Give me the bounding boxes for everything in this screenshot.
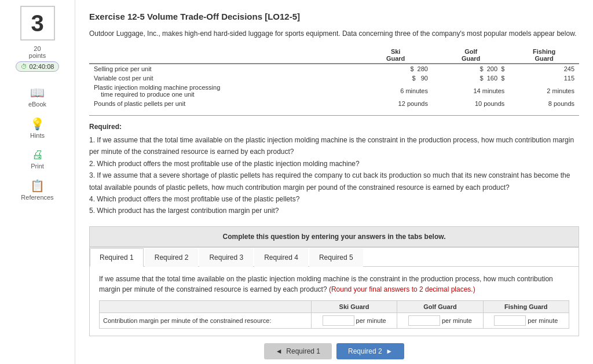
nav-buttons: ◄ Required 1 Required 2 ►	[89, 343, 579, 359]
answer-header-fishing: Fishing Guard	[483, 300, 569, 312]
sidebar: 3 20 points ⏱ 02:40:08 📖 eBook 💡 Hints 🖨…	[0, 0, 75, 364]
required-label: Required:	[89, 123, 579, 131]
points-display: 20 points	[29, 45, 46, 59]
tab-required-2[interactable]: Required 2	[145, 248, 199, 267]
prev-button[interactable]: ◄ Required 1	[264, 343, 332, 359]
ebook-button[interactable]: 📖 eBook	[0, 81, 75, 112]
answer-row: Contribution margin per minute of the co…	[100, 312, 569, 328]
complete-box-text: Complete this question by entering your …	[223, 233, 446, 241]
answer-row-label: Contribution margin per minute of the co…	[100, 312, 312, 328]
fishing-guard-header: FishingGuard	[509, 47, 579, 64]
tab-required-4[interactable]: Required 4	[254, 248, 308, 267]
fishing-answer-cell: per minute	[483, 312, 569, 328]
next-button[interactable]: Required 2 ►	[336, 343, 404, 359]
timer-value: 02:40:08	[30, 63, 54, 70]
references-icon: 📋	[30, 179, 45, 193]
ski-answer-cell: per minute	[311, 312, 397, 328]
ebook-icon: 📖	[30, 86, 45, 100]
golf-unit-label: per minute	[442, 317, 472, 324]
answer-table: Ski Guard Golf Guard Fishing Guard Contr…	[99, 300, 569, 329]
table-row: Selling price per unit $ 280 $ 200 $ 245	[89, 64, 579, 73]
required-item-2: 2. Which product offers the most profita…	[89, 158, 579, 170]
answer-header-golf: Golf Guard	[397, 300, 483, 312]
golf-answer-cell: per minute	[397, 312, 483, 328]
timer-icon: ⏱	[21, 63, 27, 70]
hint-icon: 💡	[30, 117, 45, 131]
references-label: References	[21, 194, 53, 201]
table-row: Plastic injection molding machine proces…	[89, 83, 579, 99]
hint-label: Hints	[30, 132, 45, 139]
tabs-row: Required 1 Required 2 Required 3 Require…	[90, 248, 579, 267]
round-note: (Round your final answers to 2 decimal p…	[329, 285, 475, 293]
ski-input[interactable]	[323, 315, 354, 326]
ski-guard-header: SkiGuard	[358, 47, 433, 64]
complete-box: Complete this question by entering your …	[89, 226, 579, 247]
main-content: Exercise 12-5 Volume Trade-Off Decisions…	[75, 0, 593, 364]
answer-header-ski: Ski Guard	[311, 300, 397, 312]
ski-unit-label: per minute	[356, 317, 386, 324]
required-item-1: 1. If we assume that the total time avai…	[89, 134, 579, 158]
fishing-input[interactable]	[494, 315, 526, 326]
required-item-3: 3. If we assume that a severe shortage o…	[89, 170, 579, 193]
golf-guard-header: GolfGuard	[433, 47, 509, 64]
required-item-4: 4. Which product offers the most profita…	[89, 193, 579, 205]
hint-button[interactable]: 💡 Hints	[0, 112, 75, 144]
data-table: SkiGuard GolfGuard FishingGuard Selling …	[89, 47, 579, 108]
table-row: Pounds of plastic pellets per unit 12 po…	[89, 99, 579, 108]
print-icon: 🖨	[32, 148, 43, 161]
tab-content: If we assume that the total time availab…	[90, 267, 579, 336]
exercise-title: Exercise 12-5 Volume Trade-Off Decisions…	[89, 12, 579, 21]
required-section: Required: 1. If we assume that the total…	[89, 123, 579, 217]
golf-input[interactable]	[408, 315, 440, 326]
references-button[interactable]: 📋 References	[0, 174, 75, 205]
required-item-5: 5. Which product has the largest contrib…	[89, 205, 579, 216]
tab-required-3[interactable]: Required 3	[199, 248, 253, 267]
tab-required-1[interactable]: Required 1	[90, 248, 144, 267]
print-button[interactable]: 🖨 Print	[0, 144, 75, 174]
required-list: 1. If we assume that the total time avai…	[89, 134, 579, 217]
answer-header-label	[100, 300, 312, 312]
tab-question: If we assume that the total time availab…	[99, 274, 569, 295]
table-row: Variable cost per unit $ 90 $ 160 $ 115	[89, 73, 579, 83]
timer-badge: ⏱ 02:40:08	[16, 61, 60, 72]
print-label: Print	[31, 163, 44, 170]
fishing-unit-label: per minute	[528, 317, 558, 324]
exercise-description: Outdoor Luggage, Inc., makes high-end ha…	[89, 28, 579, 39]
ebook-label: eBook	[28, 101, 46, 108]
question-number: 3	[20, 6, 55, 41]
tab-required-5[interactable]: Required 5	[309, 248, 363, 267]
tabs-container: Required 1 Required 2 Required 3 Require…	[89, 247, 579, 336]
